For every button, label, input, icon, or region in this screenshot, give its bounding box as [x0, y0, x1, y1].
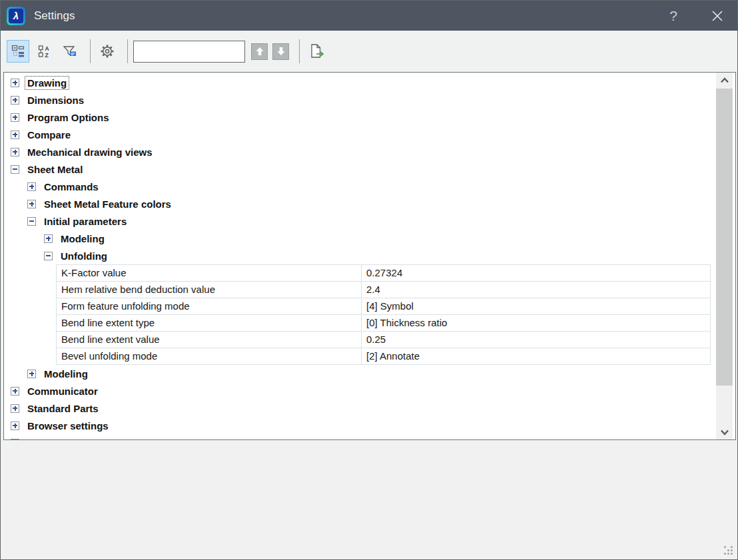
toolbar-separator — [127, 39, 128, 63]
scroll-up-button[interactable] — [716, 73, 733, 87]
vertical-scrollbar[interactable] — [716, 73, 733, 439]
search-previous-button[interactable] — [251, 43, 268, 60]
categorized-view-button[interactable] — [7, 40, 29, 63]
expand-icon[interactable] — [11, 421, 19, 430]
tree-item-label[interactable]: Commands — [42, 180, 101, 193]
tree-item-modeling[interactable]: Modeling — [4, 365, 716, 382]
setting-value[interactable]: [0] Thickness ratio — [362, 315, 710, 331]
scroll-down-button[interactable] — [716, 425, 733, 439]
tree-item-standard-parts[interactable]: Standard Parts — [4, 400, 716, 417]
arrow-up-icon — [255, 47, 264, 56]
tree-item-drawing[interactable]: Drawing — [4, 74, 716, 91]
tree-item-item[interactable] — [4, 434, 716, 439]
expand-icon[interactable] — [27, 182, 36, 191]
tree-item-label[interactable]: Mechanical drawing views — [25, 146, 155, 158]
tree-item-label[interactable]: Browser settings — [25, 420, 111, 432]
chevron-up-icon — [720, 77, 729, 83]
tree-item-label[interactable]: Sheet Metal — [25, 163, 85, 176]
help-button[interactable]: ? — [660, 1, 687, 31]
setting-value[interactable]: [2] Annotate — [362, 348, 710, 364]
chevron-down-icon — [720, 429, 729, 435]
tree-item-initial-parameters[interactable]: Initial parameters — [4, 212, 716, 230]
expand-icon[interactable] — [11, 96, 19, 105]
settings-window: λ Settings ? — [0, 0, 738, 560]
filter-button[interactable] — [59, 40, 81, 63]
titlebar: λ Settings ? — [1, 1, 737, 31]
expand-icon[interactable] — [27, 370, 36, 378]
bricscad-logo-icon: λ — [9, 9, 23, 23]
app-logo: λ — [7, 7, 25, 25]
setting-name: Bend line extent type — [57, 315, 362, 331]
gear-icon — [100, 44, 115, 59]
tree-item-program-options[interactable]: Program Options — [4, 109, 716, 126]
setting-row-bevel-unfolding-mode[interactable]: Bevel unfolding mode[2] Annotate — [57, 348, 710, 365]
tree-item-communicator[interactable]: Communicator — [4, 382, 716, 400]
toolbar-separator — [90, 39, 91, 63]
alphabetical-view-button[interactable]: A Z — [33, 40, 55, 63]
tree-item-compare[interactable]: Compare — [4, 126, 716, 143]
tree-item-browser-settings[interactable]: Browser settings — [4, 417, 716, 434]
collapse-icon[interactable] — [44, 252, 53, 260]
setting-value[interactable]: 0.27324 — [362, 265, 710, 281]
tree-item-label[interactable]: Compare — [25, 129, 73, 141]
tree-item-label[interactable]: Program Options — [25, 111, 111, 124]
tree-item-label[interactable]: Sheet Metal Feature colors — [42, 198, 173, 210]
setting-value[interactable]: [4] Symbol — [362, 298, 710, 314]
bottom-panel — [1, 440, 737, 559]
expand-icon[interactable] — [11, 148, 19, 156]
tree-item-sheet-metal-feature-colors[interactable]: Sheet Metal Feature colors — [4, 195, 716, 212]
tree-item-label[interactable]: Unfolding — [59, 250, 109, 262]
tree-item-mechanical-drawing-views[interactable]: Mechanical drawing views — [4, 143, 716, 160]
sort-alphabetical-icon: A Z — [37, 45, 51, 58]
expand-icon[interactable] — [11, 439, 19, 440]
tree-item-label[interactable]: Communicator — [25, 385, 100, 398]
expand-icon[interactable] — [27, 200, 36, 208]
tree-item-modeling[interactable]: Modeling — [4, 230, 716, 247]
tree-item-label[interactable]: Modeling — [42, 368, 90, 380]
settings-tree: DrawingDimensionsProgram OptionsCompareM… — [4, 73, 716, 439]
setting-name: K-Factor value — [57, 265, 362, 281]
filter-icon — [63, 45, 77, 58]
setting-name: Bend line extent value — [57, 332, 362, 348]
svg-text:Z: Z — [45, 52, 49, 58]
categorized-view-icon — [11, 45, 25, 58]
setting-name: Bevel unfolding mode — [57, 348, 362, 364]
tree-item-unfolding[interactable]: Unfolding — [4, 247, 716, 264]
tree-item-label[interactable]: Initial parameters — [42, 215, 129, 228]
setting-name: Form feature unfolding mode — [57, 298, 362, 314]
setting-value[interactable]: 0.25 — [362, 332, 710, 348]
expand-icon[interactable] — [11, 113, 19, 122]
svg-text:A: A — [45, 45, 49, 52]
tree-item-dimensions[interactable]: Dimensions — [4, 91, 716, 109]
resize-grip-icon[interactable] — [724, 546, 726, 548]
setting-row-form-feature-unfolding-mode[interactable]: Form feature unfolding mode[4] Symbol — [57, 298, 710, 315]
expand-icon[interactable] — [44, 234, 53, 243]
setting-row-hem-relative-bend-deduction-value[interactable]: Hem relative bend deduction value2.4 — [57, 282, 710, 298]
tree-item-sheet-metal[interactable]: Sheet Metal — [4, 160, 716, 178]
expand-icon[interactable] — [11, 131, 19, 139]
collapse-icon[interactable] — [27, 217, 36, 226]
tree-item-label[interactable]: Drawing — [25, 77, 69, 89]
close-button[interactable] — [704, 1, 731, 31]
setting-value[interactable]: 2.4 — [362, 282, 710, 298]
tree-item-label[interactable]: Standard Parts — [25, 402, 101, 415]
search-next-button[interactable] — [272, 43, 289, 60]
tree-item-label[interactable]: Dimensions — [25, 94, 86, 107]
setting-row-bend-line-extent-value[interactable]: Bend line extent value0.25 — [57, 332, 710, 348]
setting-name: Hem relative bend deduction value — [57, 282, 362, 298]
expand-icon[interactable] — [11, 79, 19, 87]
unfolding-settings-grid: K-Factor value0.27324Hem relative bend d… — [56, 264, 711, 365]
tree-item-commands[interactable]: Commands — [4, 178, 716, 195]
configure-button[interactable] — [96, 40, 119, 63]
search-input[interactable] — [133, 41, 245, 63]
collapse-icon[interactable] — [11, 165, 19, 174]
setting-row-bend-line-extent-type[interactable]: Bend line extent type[0] Thickness ratio — [57, 315, 710, 332]
scrollbar-thumb[interactable] — [716, 89, 733, 386]
arrow-down-icon — [276, 47, 286, 56]
export-settings-button[interactable] — [305, 40, 328, 63]
setting-row-k-factor-value[interactable]: K-Factor value0.27324 — [57, 265, 710, 282]
tree-item-label[interactable]: Modeling — [59, 232, 107, 245]
toolbar: A Z — [1, 31, 737, 72]
expand-icon[interactable] — [11, 404, 19, 413]
expand-icon[interactable] — [11, 387, 19, 396]
